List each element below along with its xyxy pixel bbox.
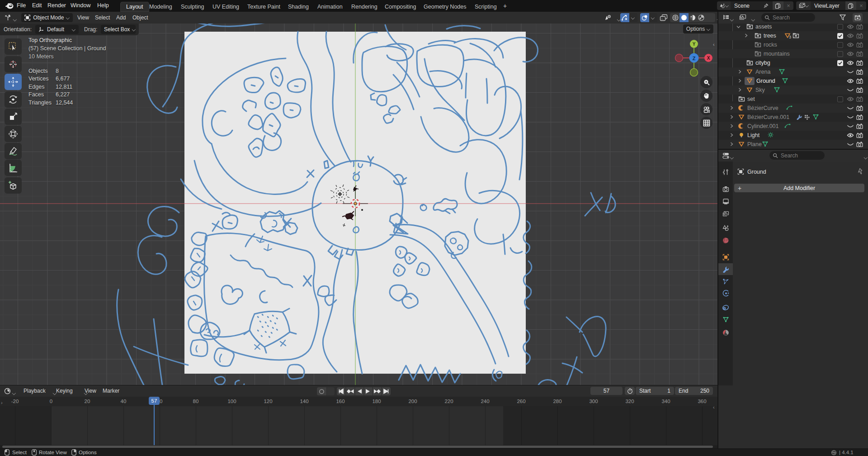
svg-text:X: X xyxy=(707,56,710,61)
svg-text:Z: Z xyxy=(693,56,696,61)
svg-text:Y: Y xyxy=(693,42,696,47)
